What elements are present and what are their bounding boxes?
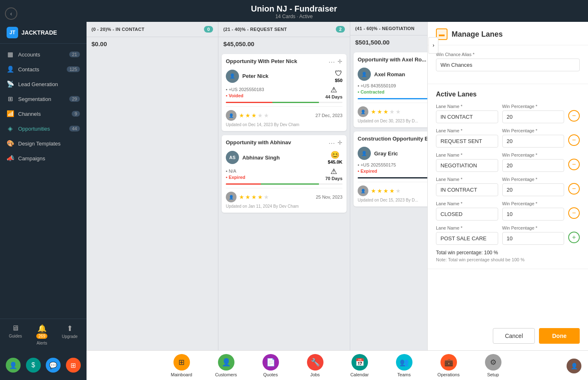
lane-name-field-lane3: Lane Name *: [436, 152, 498, 172]
sidebar-item-lead-generation[interactable]: 📡 Lead Generation: [0, 77, 87, 91]
footer-icon-upgrade: ⬆: [67, 324, 73, 333]
bottom-left-icon-grid[interactable]: ⊞: [66, 358, 81, 373]
lane-row-lane4: Lane Name * Win Percentage * −: [436, 177, 580, 196]
user-avatar[interactable]: 👤: [567, 359, 581, 373]
footer-avatar-card3: 👤: [358, 106, 368, 117]
sidebar-badge-channels: 9: [72, 111, 80, 117]
stars-card3: ★★★★★: [371, 108, 401, 115]
sidebar-item-design-templates[interactable]: 🎨 Design Templates: [0, 136, 87, 151]
sidebar-item-segmentation[interactable]: ⊞ Segmentation 29: [0, 91, 87, 106]
sidebar-icon-campaigns: 📣: [7, 155, 14, 162]
card-card4: Construction Opportunity Eric ⋯ ✛ 👤 Gray…: [354, 131, 427, 206]
nav-item-calendar[interactable]: 📅 Calendar: [347, 354, 372, 377]
bottom-left-icon-chat[interactable]: 💬: [46, 358, 61, 373]
top-header: ‹ Union NJ - Fundraiser 14 Cards · Activ…: [0, 0, 588, 22]
sidebar-footer-alerts[interactable]: 🔔 269 Alerts: [36, 324, 47, 345]
cancel-button[interactable]: Cancel: [493, 328, 535, 344]
sidebar-label-accounts: Accounts: [18, 52, 40, 58]
kanban-cards-in-contact: [87, 51, 218, 57]
sidebar-item-accounts[interactable]: ▦ Accounts 21: [0, 47, 87, 62]
kanban-columns: (0 - 20)% - IN CONTACT 0 $0.00 (21 - 40)…: [87, 22, 427, 350]
card-card2: Opportunity with Abhinav ⋯ ✛ AS Abhinav …: [222, 135, 347, 213]
lane-remove-lane5[interactable]: −: [568, 207, 580, 219]
nav-label-operations: Operations: [438, 372, 460, 377]
lane-name-input-lane2[interactable]: [436, 135, 498, 148]
nav-icon-teams: 👥: [396, 354, 412, 371]
col-badge-in-contact: 0: [204, 26, 213, 33]
lane-name-input-lane1[interactable]: [436, 110, 498, 123]
active-lanes-title: Active Lanes: [436, 91, 580, 98]
nav-item-operations[interactable]: 💼 Operations: [436, 354, 461, 377]
win-chance-section: Win Chance Alias *: [428, 45, 588, 84]
card-move-card1[interactable]: ✛: [337, 58, 342, 65]
sidebar-label-segmentation: Segmentation: [18, 96, 51, 102]
lane-remove-lane1[interactable]: −: [568, 110, 580, 122]
lane-name-input-lane5[interactable]: [436, 208, 498, 220]
col-title-request-sent: (21 - 40)% - REQUEST SENT: [223, 27, 287, 32]
sidebar-item-channels[interactable]: 📶 Channels 9: [0, 106, 87, 121]
card-person-card4: Gray Eric: [374, 150, 398, 157]
lane-pct-input-lane5[interactable]: [502, 208, 565, 220]
nav-item-jobs[interactable]: 🔧 Jobs: [303, 354, 328, 377]
lane-remove-lane3[interactable]: −: [568, 159, 580, 170]
sidebar-item-opportunities[interactable]: ◈ Opportunities 44: [0, 121, 87, 136]
nav-item-teams[interactable]: 👥 Teams: [392, 354, 417, 377]
win-chance-alias-field: Win Chance Alias *: [436, 52, 580, 71]
total-percentage: Total win percentage: 100 %: [436, 250, 580, 256]
nav-icon-jobs: 🔧: [307, 354, 323, 371]
kanban-area: › (0 - 20)% - IN CONTACT 0 $0.00 (21 - 4…: [87, 22, 427, 350]
lane-pct-field-lane1: Win Percentage *: [502, 104, 565, 123]
footer-avatar-card2: 👤: [226, 192, 237, 202]
nav-icon-calendar: 📅: [351, 354, 368, 371]
nav-label-calendar: Calendar: [350, 372, 369, 377]
panel-footer: Cancel Done: [428, 321, 588, 350]
sidebar-footer-upgrade[interactable]: ⬆ Upgrade: [62, 324, 77, 345]
lane-name-input-lane6[interactable]: [436, 232, 498, 245]
lane-name-field-lane2: Lane Name *: [436, 128, 498, 148]
sidebar-icon-design-templates: 🎨: [7, 140, 14, 147]
lane-add-lane6[interactable]: +: [568, 232, 580, 243]
lane-remove-lane2[interactable]: −: [568, 134, 580, 146]
lane-name-field-lane4: Lane Name *: [436, 177, 498, 196]
card-updated-card2: Updated on Jan 11, 2024 By Dev Cham: [226, 204, 342, 209]
sidebar-label-opportunities: Opportunities: [18, 126, 50, 132]
col-title-negotiation: (41 - 60)% - NEGOTIATION: [355, 26, 415, 31]
nav-item-customers[interactable]: 👤 Customers: [214, 354, 239, 377]
bottom-left-icon-person[interactable]: 👤: [6, 358, 21, 373]
sidebar-item-campaigns[interactable]: 📣 Campaigns: [0, 151, 87, 166]
card-updated-card3: Updated on Dec 30, 2023 By D...: [358, 119, 427, 123]
lane-pct-input-lane6[interactable]: [502, 232, 565, 245]
nav-label-customers: Customers: [215, 372, 237, 377]
card-menu-card1[interactable]: ⋯: [328, 58, 335, 66]
card-menu-card2[interactable]: ⋯: [328, 139, 335, 147]
nav-item-setup[interactable]: ⚙ Setup: [481, 354, 506, 377]
sidebar-badge-contacts: 125: [67, 66, 80, 72]
lane-pct-field-lane4: Win Percentage *: [502, 177, 565, 196]
bottom-nav: ⊞ Mainboard 👤 Customers 📄 Quotes 🔧 Jobs …: [87, 350, 588, 380]
back-button[interactable]: ‹: [5, 7, 17, 20]
lane-name-input-lane4[interactable]: [436, 183, 498, 196]
nav-item-quotes[interactable]: 📄 Quotes: [258, 354, 283, 377]
bottom-left-icon-dollar[interactable]: $: [26, 358, 41, 373]
lane-pct-input-lane1[interactable]: [502, 110, 565, 123]
lane-pct-input-lane2[interactable]: [502, 135, 565, 148]
card-move-card2[interactable]: ✛: [337, 139, 342, 146]
logo-icon: JT: [7, 27, 18, 38]
lane-pct-input-lane4[interactable]: [502, 183, 565, 196]
lane-pct-input-lane3[interactable]: [502, 159, 565, 172]
active-lanes-section: Active Lanes Lane Name * Win Percentage …: [428, 84, 588, 269]
card-title-card2: Opportunity with Abhinav: [226, 139, 328, 145]
card-updated-card1: Updated on Dec 14, 2023 By Dev Cham: [226, 122, 342, 127]
nav-icon-operations: 💼: [440, 354, 457, 371]
sidebar-item-contacts[interactable]: 👤 Contacts 125: [0, 62, 87, 77]
lane-name-field-lane1: Lane Name *: [436, 104, 498, 123]
sidebar-footer-guides[interactable]: 🖥 Guides: [9, 324, 22, 345]
nav-item-mainboard[interactable]: ⊞ Mainboard: [169, 354, 194, 377]
panel-header: ▬ Manage Lanes: [428, 22, 588, 45]
col-amount-request-sent: $45,050.00: [218, 37, 350, 51]
win-chance-alias-input[interactable]: [436, 59, 580, 71]
lane-name-input-lane3[interactable]: [436, 159, 498, 172]
lane-remove-lane4[interactable]: −: [568, 183, 580, 195]
done-button[interactable]: Done: [539, 328, 580, 344]
card-card1: Opportunity With Peter Nick ⋯ ✛ 👤 Peter …: [222, 54, 347, 131]
